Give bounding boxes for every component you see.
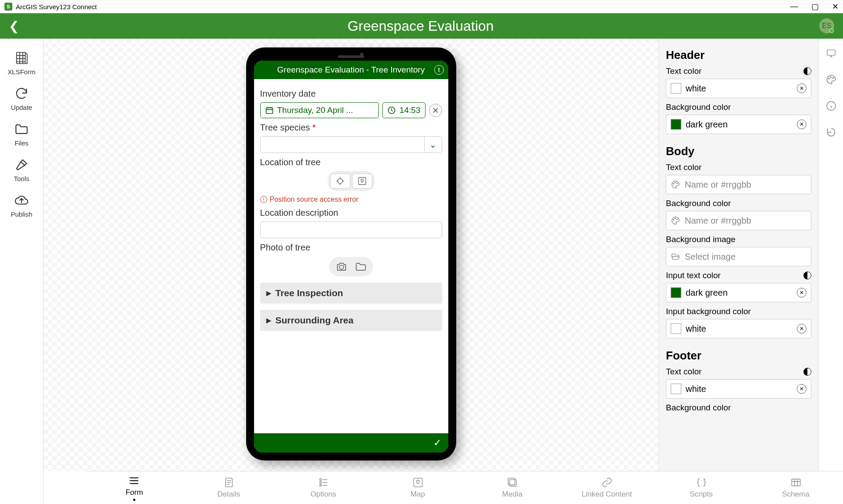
form-info-icon[interactable]: ! [434, 65, 444, 75]
form-icon [129, 475, 140, 486]
color-swatch [671, 83, 681, 94]
back-button[interactable]: ❮ [9, 19, 22, 33]
form-header: Greenspace Evaluation - Tree Inventory ! [254, 61, 448, 79]
svg-point-3 [338, 179, 342, 184]
sidebar-item-update[interactable]: Update [0, 81, 43, 116]
svg-point-8 [677, 183, 678, 184]
style-panel: Header Text color white ✕ Background col… [658, 39, 818, 471]
date-input[interactable]: Thursday, 20 April ... [260, 102, 379, 118]
camera-icon[interactable] [334, 261, 349, 273]
clear-button[interactable]: ✕ [797, 288, 807, 297]
gps-locate-button[interactable] [330, 174, 350, 189]
svg-rect-21 [414, 478, 422, 487]
label-body-bg-image: Background image [666, 235, 811, 244]
form-footer: ✓ [254, 433, 448, 453]
target-icon [335, 176, 345, 186]
section-body-title: Body [666, 145, 811, 158]
input-input-text-color[interactable]: dark green ✕ [666, 283, 811, 302]
spreadsheet-icon [14, 51, 29, 65]
clock-icon [387, 106, 396, 115]
palette-icon [671, 180, 680, 189]
sidebar-label: Update [11, 104, 32, 111]
svg-rect-4 [358, 178, 366, 185]
svg-rect-22 [509, 480, 516, 486]
section-surrounding-area[interactable]: ▶ Surrounding Area [260, 310, 442, 331]
contrast-icon[interactable] [803, 368, 811, 376]
info-icon[interactable] [825, 100, 837, 112]
link-icon [601, 477, 613, 488]
input-footer-text-color[interactable]: white ✕ [666, 379, 811, 399]
svg-point-19 [320, 482, 321, 483]
media-icon [507, 477, 518, 488]
folder-browse-icon[interactable] [354, 261, 368, 273]
label-body-text-color: Text color [666, 163, 811, 172]
input-header-text-color[interactable]: white ✕ [666, 79, 811, 98]
left-sidebar: XLSForm Update Files Tools Publish [0, 39, 44, 504]
clear-button[interactable]: ✕ [797, 384, 807, 394]
tab-media[interactable]: Media [465, 471, 560, 504]
bottom-tabs: Form Details Options Map Media Linke [87, 471, 843, 504]
input-body-bg-image[interactable]: Select image [666, 247, 811, 266]
sidebar-item-xlsform[interactable]: XLSForm [0, 45, 43, 81]
tab-scripts[interactable]: Scripts [654, 471, 749, 504]
color-swatch [671, 119, 681, 130]
map-locate-button[interactable] [352, 174, 372, 189]
submit-check-icon[interactable]: ✓ [433, 437, 441, 449]
sidebar-item-files[interactable]: Files [0, 116, 43, 152]
tab-options[interactable]: Options [276, 471, 371, 504]
svg-point-5 [339, 265, 343, 269]
clear-button[interactable]: ✕ [797, 324, 807, 334]
input-body-text-color[interactable]: Name or #rrggbb [666, 175, 811, 194]
palette-icon[interactable] [825, 74, 837, 85]
section-tree-inspection[interactable]: ▶ Tree Inspection [260, 283, 442, 304]
sidebar-item-tools[interactable]: Tools [0, 152, 43, 188]
color-swatch [671, 384, 681, 394]
tab-schema[interactable]: Schema [749, 471, 843, 504]
preview-canvas: Greenspace Evaluation - Tree Inventory !… [44, 39, 658, 471]
triangle-right-icon: ▶ [266, 290, 271, 297]
maximize-button[interactable]: ▢ [811, 2, 819, 11]
app-name: ArcGIS Survey123 Connect [16, 3, 97, 11]
undo-icon[interactable] [825, 127, 837, 138]
sidebar-item-publish[interactable]: Publish [0, 188, 43, 223]
tab-map[interactable]: Map [371, 471, 465, 504]
minimize-button[interactable]: — [790, 2, 798, 11]
app-header: ❮ Greenspace Evaluation ES [0, 13, 843, 39]
field-label-photo: Photo of tree [260, 243, 442, 253]
clear-button[interactable]: ✕ [797, 120, 807, 129]
svg-point-9 [673, 219, 674, 220]
cloud-upload-icon [14, 193, 29, 208]
close-button[interactable]: ✕ [832, 2, 839, 11]
error-icon: ! [260, 196, 267, 203]
clear-date-button[interactable]: ✕ [429, 104, 442, 117]
label-footer-text-color: Text color [666, 367, 811, 377]
contrast-icon[interactable] [803, 272, 811, 279]
label-footer-bg-color: Background color [666, 403, 811, 413]
monitor-icon[interactable] [825, 47, 837, 59]
phone-mockup: Greenspace Evaluation - Tree Inventory !… [246, 47, 456, 460]
input-body-bg-color[interactable]: Name or #rrggbb [666, 211, 811, 230]
location-description-input[interactable] [260, 221, 442, 238]
contrast-icon[interactable] [803, 67, 811, 75]
tab-form[interactable]: Form [87, 471, 182, 504]
form-title: Greenspace Evaluation - Tree Inventory [277, 65, 425, 75]
chevron-down-icon: ⌄ [424, 137, 442, 152]
avatar[interactable]: ES [819, 18, 834, 33]
input-header-bg-color[interactable]: dark green ✕ [666, 115, 811, 134]
folder-icon [14, 122, 29, 137]
tab-linked-content[interactable]: Linked Content [560, 471, 654, 504]
svg-point-13 [828, 78, 829, 79]
tab-details[interactable]: Details [182, 471, 276, 504]
svg-point-15 [832, 78, 833, 79]
input-input-bg-color[interactable]: white ✕ [666, 319, 811, 338]
clear-button[interactable]: ✕ [797, 83, 807, 93]
field-label-location-desc: Location description [260, 208, 442, 218]
svg-point-18 [320, 479, 321, 480]
tree-species-select[interactable]: ⌄ [260, 136, 442, 153]
folder-open-icon [671, 252, 680, 261]
time-input[interactable]: 14:53 [382, 102, 425, 118]
section-header-title: Header [666, 48, 811, 62]
svg-rect-1 [266, 108, 273, 113]
hammer-icon [14, 157, 29, 172]
label-input-bg-color: Input background color [666, 307, 811, 316]
